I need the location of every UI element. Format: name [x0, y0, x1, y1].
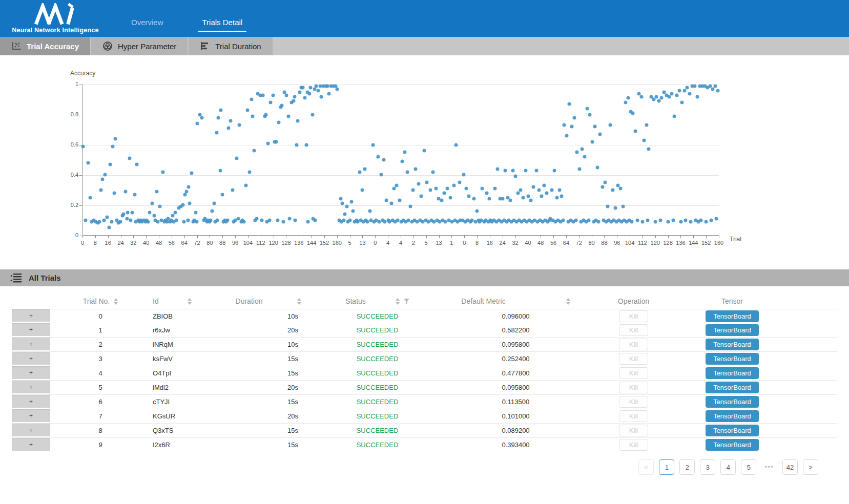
scatter-point	[106, 215, 109, 219]
x-tick-label: 16	[487, 240, 493, 246]
kill-button[interactable]: Kill	[619, 382, 648, 393]
page-button-4[interactable]: 4	[720, 459, 736, 475]
scatter-point	[705, 220, 708, 223]
scatter-point	[595, 165, 599, 169]
expand-row-button[interactable]: +	[12, 309, 50, 323]
x-tick-label: 120	[651, 240, 660, 246]
x-tick-mark	[503, 236, 503, 238]
x-tick-mark	[146, 236, 147, 238]
y-tick-label: 0.2	[58, 202, 78, 208]
kill-button[interactable]: Kill	[619, 425, 648, 436]
kill-button[interactable]: Kill	[619, 396, 648, 408]
x-tick-mark	[643, 236, 643, 238]
tensorboard-button[interactable]: TensorBoard	[706, 324, 759, 336]
page-button-2[interactable]: 2	[679, 459, 695, 475]
page-button-1[interactable]: 1	[659, 459, 674, 475]
tensorboard-button[interactable]: TensorBoard	[706, 382, 759, 393]
expand-row-button[interactable]: +	[12, 366, 50, 380]
cell-trial-no: 7	[50, 412, 151, 420]
scatter-point	[511, 169, 514, 172]
x-tick-label: 5	[348, 240, 351, 246]
scatter-point	[275, 140, 278, 143]
prev-page-button[interactable]: <	[638, 459, 654, 475]
tensorboard-button[interactable]: TensorBoard	[706, 339, 759, 350]
tensorboard-button[interactable]: TensorBoard	[706, 396, 759, 408]
expand-row-button[interactable]: +	[12, 424, 50, 437]
tensorboard-button[interactable]: TensorBoard	[706, 410, 759, 422]
tensorboard-button[interactable]: TensorBoard	[706, 425, 759, 436]
x-tick-mark	[655, 236, 656, 238]
scatter-point	[417, 182, 421, 186]
expand-row-button[interactable]: +	[12, 381, 50, 394]
sort-icon[interactable]	[566, 298, 570, 305]
scatter-point	[187, 185, 191, 188]
x-tick-mark	[121, 236, 121, 238]
scatter-point	[107, 226, 111, 229]
page-button-42[interactable]: 42	[782, 459, 798, 475]
kill-button[interactable]: Kill	[619, 310, 648, 322]
kill-button[interactable]: Kill	[619, 439, 648, 451]
scatter-point	[158, 205, 162, 208]
tensorboard-button[interactable]: TensorBoard	[706, 367, 759, 379]
header-duration[interactable]: Duration	[222, 297, 315, 305]
cell-id: KGsUR	[151, 412, 222, 420]
cell-duration: 20s	[222, 384, 315, 391]
cell-default-metric: 0.095800	[440, 384, 591, 391]
sort-icon[interactable]	[297, 298, 301, 305]
expand-row-button[interactable]: +	[12, 323, 50, 337]
sort-icon[interactable]	[114, 298, 118, 305]
page-ellipsis[interactable]: •••	[761, 459, 777, 475]
scatter-point	[682, 89, 686, 92]
kill-button[interactable]: Kill	[619, 324, 648, 336]
sort-icon[interactable]	[396, 298, 400, 305]
expand-row-button[interactable]: +	[12, 438, 50, 452]
expand-row-button[interactable]: +	[12, 338, 50, 351]
page-button-5[interactable]: 5	[741, 459, 756, 475]
x-tick-mark	[541, 236, 541, 238]
header-id[interactable]: Id	[151, 297, 222, 305]
scatter-point	[349, 200, 353, 204]
scatter-point	[161, 170, 165, 174]
scatter-point	[260, 218, 263, 222]
table-row: +1r6xJw20sSUCCEEDED0.582200KillTensorBoa…	[12, 323, 837, 338]
kill-button[interactable]: Kill	[619, 339, 648, 350]
scatter-point	[508, 199, 512, 202]
tensorboard-button[interactable]: TensorBoard	[706, 353, 759, 365]
expand-row-button[interactable]: +	[12, 352, 50, 366]
kill-button[interactable]: Kill	[619, 367, 648, 379]
expand-row-button[interactable]: +	[12, 409, 50, 423]
scatter-point	[306, 220, 310, 223]
header-status[interactable]: Status	[315, 297, 440, 305]
tab-trial-accuracy[interactable]: Trial Accuracy	[0, 37, 90, 55]
all-trials-header: All Trials	[0, 269, 849, 286]
tab-hyper-parameter[interactable]: Hyper Parameter	[91, 37, 188, 55]
filter-icon[interactable]	[404, 299, 409, 304]
nav-link-overview[interactable]: Overview	[127, 18, 168, 32]
next-page-button[interactable]: >	[803, 459, 818, 475]
scatter-point	[196, 122, 199, 125]
expand-row-button[interactable]: +	[12, 395, 50, 409]
table-header-row: Trial No. Id Duration Status Default Met…	[12, 293, 837, 309]
tensorboard-button[interactable]: TensorBoard	[706, 439, 759, 451]
table-row: +3ksFwV15sSUCCEEDED0.252400KillTensorBoa…	[12, 352, 837, 366]
scatter-point	[613, 206, 617, 210]
sort-icon[interactable]	[188, 298, 192, 305]
kill-button[interactable]: Kill	[619, 353, 648, 365]
tensorboard-button[interactable]: TensorBoard	[706, 310, 759, 322]
x-tick-mark	[490, 236, 490, 238]
page-button-3[interactable]: 3	[700, 459, 715, 475]
nav-link-trials-detail[interactable]: Trials Detail	[198, 18, 247, 32]
header-trial-no[interactable]: Trial No.	[50, 297, 151, 305]
kill-button[interactable]: Kill	[619, 410, 648, 422]
tab-trial-duration[interactable]: Trial Duration	[189, 37, 272, 55]
scatter-point	[365, 220, 369, 223]
scatter-point	[621, 205, 625, 208]
x-tick-mark	[630, 236, 630, 238]
cell-status: SUCCEEDED	[315, 312, 440, 320]
cell-trial-no: 8	[50, 427, 151, 434]
scatter-point	[217, 116, 220, 119]
header-default-metric[interactable]: Default Metric	[440, 297, 591, 305]
scatter-point	[380, 173, 383, 177]
x-tick-mark	[274, 236, 274, 238]
scatter-point	[587, 218, 590, 222]
